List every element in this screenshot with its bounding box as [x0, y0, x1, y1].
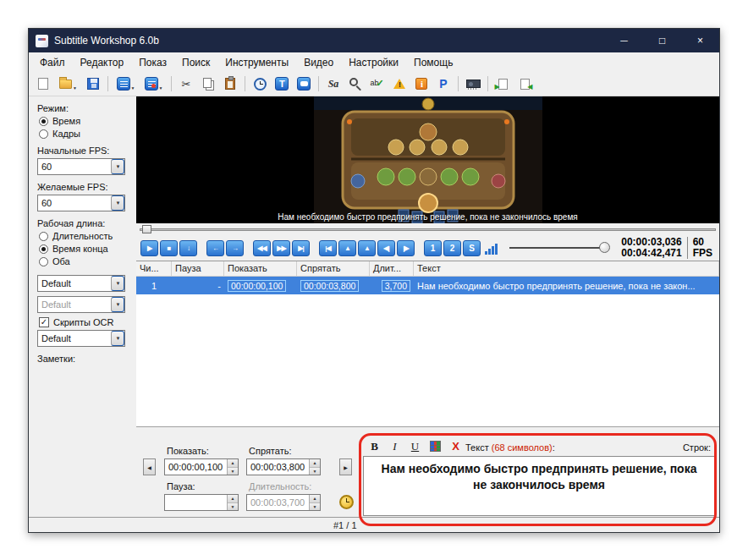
pause-spinner[interactable]: ▲▼ — [164, 494, 239, 511]
spin-up-icon: ▲ — [310, 459, 320, 468]
save-external-icon[interactable] — [514, 74, 535, 94]
clock-button[interactable] — [339, 495, 354, 509]
frames-mode-radio[interactable]: Кадры — [39, 129, 131, 139]
read-external-icon[interactable] — [492, 74, 513, 94]
video-renderer-icon[interactable] — [463, 74, 483, 94]
chevron-down-icon[interactable]: ▼ — [131, 85, 135, 94]
set-show-time-button[interactable]: ▲ — [338, 240, 356, 256]
clear-format-button[interactable]: X — [448, 438, 464, 454]
time-mode-radio[interactable]: Время — [39, 116, 131, 126]
spinner-arrows[interactable]: ▲▼ — [309, 459, 320, 475]
close-button[interactable]: × — [681, 29, 719, 52]
toggle-scroll-button[interactable]: ↓ — [179, 240, 197, 256]
menu-video[interactable]: Видео — [296, 54, 341, 71]
menu-view[interactable]: Показ — [131, 54, 174, 71]
spinner-arrows: ▲▼ — [309, 495, 320, 510]
volume-track[interactable] — [509, 247, 608, 249]
maximize-button[interactable]: □ — [643, 29, 681, 52]
pascal-scripts-icon[interactable] — [433, 74, 454, 94]
open-file-icon[interactable]: ▼ — [55, 74, 81, 94]
list-empty-area[interactable] — [136, 294, 719, 426]
end-time-mode-radio[interactable]: Время конца — [39, 244, 131, 254]
seek-back-button[interactable]: ← — [206, 240, 224, 256]
menu-file[interactable]: Файл — [32, 54, 73, 71]
next-frame-button[interactable]: ▶| — [292, 240, 310, 256]
chevron-down-icon[interactable]: ▼ — [111, 195, 124, 211]
ocr-scripts-checkbox[interactable]: ✓ Скрипты OCR — [39, 317, 131, 327]
text-style-icon[interactable] — [272, 74, 292, 94]
sync-point-2-button[interactable]: 2 — [443, 240, 461, 256]
menu-help[interactable]: Помощь — [406, 54, 460, 71]
input-fps-select[interactable]: 60 ▼ — [37, 158, 125, 175]
volume-slider[interactable] — [509, 241, 608, 255]
spinner-arrows[interactable]: ▲▼ — [227, 459, 238, 475]
stop-button[interactable]: ■ — [160, 240, 178, 256]
both-mode-radio[interactable]: Оба — [39, 256, 131, 266]
save-file-icon[interactable] — [83, 74, 103, 94]
volume-thumb[interactable] — [599, 242, 610, 253]
prev-sync-point-button[interactable]: ◀| — [377, 240, 395, 256]
chevron-down-icon[interactable]: ▼ — [159, 85, 163, 94]
default-hide-button[interactable]: ▶ — [339, 458, 352, 475]
seek-bar[interactable] — [136, 223, 719, 235]
cut-icon[interactable] — [176, 74, 196, 94]
output-fps-select[interactable]: 60 ▼ — [37, 195, 125, 211]
subtitle-text-icon[interactable] — [294, 74, 314, 94]
new-file-icon[interactable] — [33, 74, 53, 94]
rewind-button[interactable]: ◀◀ — [253, 240, 271, 256]
spin-up-icon: ▲ — [228, 459, 238, 468]
ocr-scripts-icon[interactable] — [323, 74, 344, 94]
play-button[interactable]: ▶ — [140, 240, 158, 256]
menu-editor[interactable]: Редактор — [73, 54, 132, 71]
minimize-button[interactable]: ─ — [605, 29, 643, 52]
save-video-icon[interactable]: ▼ — [140, 74, 167, 94]
sync-point-1-button[interactable]: 1 — [424, 240, 442, 256]
radio-label: Оба — [52, 256, 70, 266]
left-panel: Режим: Время Кадры Начальные FPS: 60 ▼ Ж… — [29, 96, 136, 517]
warnings-icon[interactable] — [389, 74, 410, 94]
prev-subtitle-button[interactable]: |◀ — [319, 240, 337, 256]
paste-icon[interactable] — [220, 74, 240, 94]
char-count: (68 символов) — [492, 442, 553, 453]
chevron-down-icon[interactable]: ▼ — [111, 159, 124, 174]
toolbar-separator — [458, 76, 459, 91]
copy-icon[interactable] — [198, 74, 218, 94]
bold-button[interactable]: B — [366, 438, 382, 454]
menu-settings[interactable]: Настройки — [341, 54, 406, 71]
seek-thumb[interactable] — [142, 225, 151, 233]
subtitle-row-selected[interactable]: 1 - 00:00:00,100 00:00:03,800 3,700 Нам … — [136, 277, 719, 294]
underline-button[interactable]: U — [407, 438, 423, 454]
radio-label: Время — [52, 116, 80, 126]
color-button[interactable] — [427, 438, 443, 454]
default-show-button[interactable]: ◀ — [143, 458, 156, 475]
italic-button[interactable]: I — [387, 438, 403, 454]
charset-select[interactable]: Default ▼ — [37, 275, 125, 292]
menu-tools[interactable]: Инструменты — [217, 54, 296, 71]
hide-time-spinner[interactable]: 00:00:03,800 ▲▼ — [246, 458, 321, 475]
chevron-down-icon[interactable]: ▼ — [111, 331, 124, 346]
time-tools-icon[interactable] — [250, 74, 270, 94]
subtitle-text-input[interactable]: Нам необходимо быстро предпринять решени… — [363, 456, 715, 516]
volume-bars-icon[interactable] — [485, 242, 498, 255]
show-time-spinner[interactable]: 00:00:00,100 ▲▼ — [164, 458, 239, 475]
spell-check-icon[interactable] — [367, 74, 388, 94]
seek-forward-button[interactable]: → — [226, 240, 244, 256]
chevron-down-icon[interactable]: ▼ — [111, 276, 124, 291]
information-icon[interactable] — [411, 74, 432, 94]
menu-search[interactable]: Поиск — [174, 54, 217, 71]
charset-secondary-select: Default ▼ — [37, 296, 125, 313]
format-toolbar: B I U X — [366, 438, 464, 454]
seek-groove[interactable] — [140, 228, 716, 231]
spinner-arrows[interactable]: ▲▼ — [227, 495, 238, 510]
set-hide-time-button[interactable]: ▲ — [358, 240, 376, 256]
sync-button[interactable]: S — [463, 240, 481, 256]
next-sync-point-button[interactable]: |▶ — [397, 240, 415, 256]
notes-label: Заметки: — [37, 354, 131, 364]
chevron-down-icon[interactable]: ▼ — [73, 85, 77, 94]
load-video-icon[interactable]: ▼ — [113, 74, 139, 94]
fast-forward-button[interactable]: ▶▶ — [272, 240, 290, 256]
duration-mode-radio[interactable]: Длительность — [39, 231, 131, 241]
checkbox-label: Скрипты OCR — [53, 317, 113, 327]
search-icon[interactable] — [345, 74, 366, 94]
ocr-script-select[interactable]: Default ▼ — [37, 330, 125, 347]
